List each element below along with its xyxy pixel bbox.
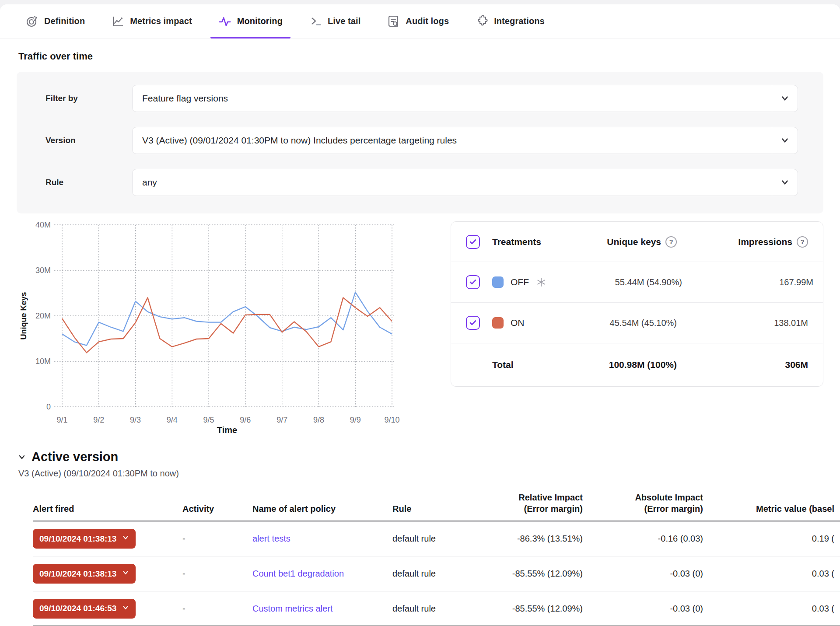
tab-live-tail[interactable]: Live tail: [301, 4, 368, 38]
chevron-down-icon[interactable]: [772, 178, 798, 187]
audit-logs-icon: [387, 15, 400, 28]
y-tick-label: 0: [46, 402, 51, 411]
alerts-header-absolute-impact: Absolute Impact(Error margin): [583, 492, 703, 514]
alert-rule: default rule: [392, 534, 471, 544]
live-tail-icon: [309, 15, 322, 28]
alert-absolute-impact: -0.16 (0.03): [583, 534, 703, 544]
active-version-title: Active version: [32, 450, 118, 464]
alert-policy-link[interactable]: Count bet1 degradation: [252, 569, 344, 578]
alerts-body: 09/10/2024 01:38:13-alert testsdefault r…: [33, 521, 840, 626]
page-title: Traffic over time: [18, 51, 840, 62]
alert-absolute-impact: -0.03 (0): [583, 604, 703, 614]
tab-audit-logs[interactable]: Audit logs: [379, 4, 457, 38]
integrations-icon: [475, 15, 488, 28]
treatments-table: Treatments Unique keys ? Impressions ? O…: [451, 221, 823, 387]
treatment-row-off: OFF55.44M (54.90%)167.99M: [451, 262, 823, 303]
alerts-header-relative-impact: Relative Impact(Error margin): [471, 492, 583, 514]
filter-label: Version: [46, 136, 132, 145]
main-card: DefinitionMetrics impactMonitoringLive t…: [0, 4, 840, 626]
alert-fired-badge[interactable]: 09/10/2024 01:38:13: [33, 564, 136, 584]
alert-relative-impact: -85.55% (12.09%): [471, 569, 583, 579]
tab-definition[interactable]: Definition: [18, 4, 93, 38]
alert-metric-value: 0.19 (: [703, 534, 834, 544]
impressions-value: 138.01M: [774, 318, 808, 328]
x-tick-label: 9/2: [93, 416, 104, 424]
filter-label: Filter by: [46, 94, 132, 103]
chart-section: 010M20M30M40M9/19/29/39/49/59/69/79/89/9…: [0, 213, 840, 438]
tab-monitoring[interactable]: Monitoring: [210, 4, 290, 38]
y-tick-label: 10M: [35, 357, 51, 366]
x-tick-label: 9/8: [313, 416, 324, 424]
alerts-header-name-of-alert-policy: Name of alert policy: [252, 503, 392, 514]
total-unique-keys: 100.98M (100%): [609, 360, 677, 370]
y-tick-label: 20M: [35, 311, 51, 320]
treatments-header: Treatments: [492, 237, 541, 247]
x-tick-label: 9/7: [276, 416, 287, 424]
filter-by-select[interactable]: Feature flag versions: [132, 85, 798, 112]
alert-metric-value: 0.03 (: [703, 569, 834, 579]
alert-activity: -: [182, 534, 252, 544]
unique-keys-help-icon[interactable]: ?: [665, 236, 677, 248]
treatments-total-row: Total 100.98M (100%) 306M: [451, 343, 823, 386]
select-value: any: [142, 177, 772, 188]
unique-keys-header: Unique keys: [607, 237, 661, 247]
alerts-header-row: Alert firedActivityName of alert policyR…: [33, 492, 840, 521]
version-select[interactable]: V3 (Active) (09/01/2024 01:30PM to now) …: [132, 127, 798, 154]
treatment-checkbox-on[interactable]: [466, 316, 480, 330]
tab-label: Definition: [44, 16, 85, 26]
unique-keys-value: 45.54M (45.10%): [610, 318, 677, 328]
tab-label: Metrics impact: [130, 16, 192, 26]
active-version-section: Active version: [18, 450, 840, 464]
filter-row-filter-by: Filter byFeature flag versions: [46, 85, 798, 112]
alert-policy-link[interactable]: alert tests: [252, 534, 290, 543]
alerts-header-metric-value-basel: Metric value (basel: [703, 503, 834, 514]
x-tick-label: 9/4: [167, 416, 178, 424]
alert-fired-time: 09/10/2024 01:38:13: [39, 534, 116, 544]
alert-relative-impact: -85.55% (12.09%): [471, 604, 583, 614]
page: DefinitionMetrics impactMonitoringLive t…: [0, 0, 840, 626]
x-tick-label: 9/5: [203, 416, 214, 424]
unique-keys-value: 55.44M (54.90%): [615, 277, 682, 287]
treatments-header-row: Treatments Unique keys ? Impressions ?: [451, 222, 823, 262]
total-label: Total: [492, 360, 541, 370]
active-version-subtitle: V3 (Active) (09/10/2024 01:30PM to now): [18, 469, 840, 479]
filter-row-rule: Ruleany: [46, 169, 798, 196]
alert-policy-link[interactable]: Custom metrics alert: [252, 604, 332, 613]
alert-absolute-impact: -0.03 (0): [583, 569, 703, 579]
treatments-rows: OFF55.44M (54.90%)167.99MON45.54M (45.10…: [451, 262, 823, 343]
total-impressions: 306M: [785, 360, 808, 370]
chevron-down-icon: [122, 604, 130, 614]
alert-row: 09/10/2024 01:38:13-Count bet1 degradati…: [33, 556, 840, 591]
tab-label: Integrations: [494, 16, 545, 26]
alert-rule: default rule: [392, 569, 471, 579]
alert-fired-badge[interactable]: 09/10/2024 01:38:13: [33, 529, 136, 549]
treatment-row-on: ON45.54M (45.10%)138.01M: [451, 303, 823, 343]
default-treatment-icon: [536, 277, 546, 287]
chevron-down-icon[interactable]: [772, 136, 798, 145]
alert-fired-time: 09/10/2024 01:46:53: [39, 604, 116, 613]
chevron-down-icon[interactable]: [18, 453, 26, 462]
filter-label: Rule: [46, 178, 132, 187]
y-tick-label: 30M: [35, 266, 51, 275]
tab-metrics-impact[interactable]: Metrics impact: [103, 4, 200, 38]
chevron-down-icon: [122, 569, 130, 579]
rule-select[interactable]: any: [132, 169, 798, 196]
series-swatch: [492, 276, 504, 288]
chevron-down-icon[interactable]: [772, 94, 798, 103]
alerts-header-rule: Rule: [392, 503, 471, 514]
x-tick-label: 9/1: [56, 416, 67, 424]
alerts-header-activity: Activity: [182, 503, 252, 514]
tab-integrations[interactable]: Integrations: [467, 4, 553, 38]
tab-label: Monitoring: [237, 16, 283, 26]
impressions-help-icon[interactable]: ?: [797, 236, 808, 248]
alert-fired-badge[interactable]: 09/10/2024 01:46:53: [33, 599, 136, 619]
definition-icon: [25, 15, 38, 28]
x-axis-title: Time: [217, 425, 237, 435]
chevron-down-icon: [122, 534, 130, 544]
treatments-select-all-checkbox[interactable]: [466, 235, 480, 249]
treatment-checkbox-off[interactable]: [466, 275, 480, 289]
impressions-header: Impressions: [738, 237, 792, 247]
alerts-header-alert-fired: Alert fired: [33, 503, 182, 514]
alerts-table: Alert firedActivityName of alert policyR…: [33, 492, 840, 626]
alert-fired-time: 09/10/2024 01:38:13: [39, 569, 116, 579]
